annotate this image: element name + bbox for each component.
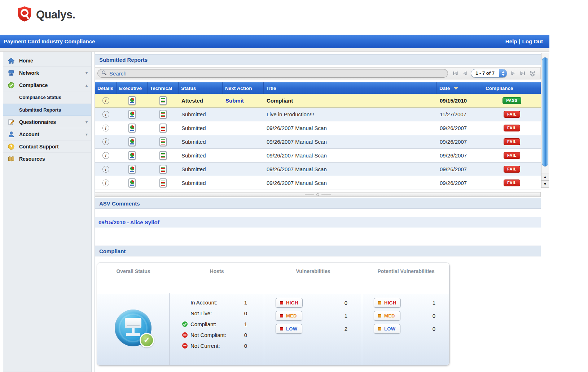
help-link[interactable]: Help bbox=[505, 38, 517, 44]
column-header-status[interactable]: Status bbox=[179, 82, 223, 94]
report-date-text: 09/26/2007 bbox=[440, 139, 467, 145]
info-icon[interactable]: i bbox=[102, 152, 109, 159]
technical-report-icon[interactable] bbox=[159, 124, 167, 133]
severity-low-badge[interactable]: LOW bbox=[374, 324, 400, 334]
info-icon[interactable]: i bbox=[102, 111, 109, 118]
column-header-label: Status bbox=[181, 86, 196, 91]
host-stat-label: Not Live: bbox=[190, 310, 212, 316]
info-icon[interactable]: i bbox=[102, 97, 109, 104]
table-row[interactable]: iSubmitted09/26/2007 Manual Scan09/26/20… bbox=[95, 135, 541, 149]
doc-line-glyph bbox=[161, 157, 165, 158]
executive-report-icon[interactable] bbox=[128, 178, 136, 187]
doc-line-glyph bbox=[161, 100, 165, 100]
severity-med-badge[interactable]: MED bbox=[374, 311, 400, 321]
asv-comment-entry: 09/15/2010 - Alice Syllof bbox=[95, 217, 541, 228]
compliance-status-badge: FAIL bbox=[504, 179, 520, 186]
severity-low-badge[interactable]: LOW bbox=[276, 324, 302, 334]
compliance-cell: FAIL bbox=[483, 176, 541, 190]
technical-report-icon[interactable] bbox=[159, 151, 167, 160]
search-input[interactable]: Search bbox=[97, 69, 448, 78]
table-row[interactable]: iSubmitted09/26/2007 Manual Scan09/26/20… bbox=[95, 121, 541, 135]
table-row[interactable]: iSubmitted09/26/2007 Manual Scan09/26/20… bbox=[95, 176, 541, 190]
scroll-up-button[interactable]: ▲ bbox=[541, 173, 549, 180]
sidebar-item-submitted-reports[interactable]: Submitted Reports bbox=[3, 104, 91, 116]
report-date-text: 11/27/2007 bbox=[440, 111, 466, 117]
severity-high-badge[interactable]: HIGH bbox=[374, 298, 401, 308]
date-cell: 09/26/2007 bbox=[437, 176, 483, 190]
column-header-title[interactable]: Title bbox=[264, 82, 437, 94]
status-cell: Submitted bbox=[179, 149, 223, 162]
executive-report-icon[interactable] bbox=[128, 165, 136, 174]
column-header-executive[interactable]: Executive bbox=[117, 82, 148, 94]
table-row[interactable]: iSubmittedLive in Production!!!11/27/200… bbox=[95, 108, 541, 121]
stepper-down-icon[interactable] bbox=[502, 74, 505, 76]
sort-descending-icon[interactable] bbox=[453, 87, 458, 90]
doc-line-glyph bbox=[161, 153, 165, 154]
next-action-link[interactable]: Submit bbox=[225, 98, 244, 104]
chevron-down-icon: ▾ bbox=[85, 70, 88, 75]
technical-cell bbox=[148, 108, 179, 121]
column-header-date[interactable]: Date bbox=[437, 82, 483, 94]
qualys-shield-icon bbox=[17, 6, 32, 23]
severity-med-badge[interactable]: MED bbox=[276, 311, 302, 321]
table-row[interactable]: iAttestedSubmitCompliant09/15/2010PASS bbox=[95, 94, 541, 108]
technical-report-icon[interactable] bbox=[159, 96, 167, 105]
vertical-scrollbar[interactable]: ▲ ▼ bbox=[541, 53, 549, 188]
executive-report-icon[interactable] bbox=[128, 137, 136, 146]
scrollbar-thumb[interactable] bbox=[542, 57, 548, 166]
severity-high-badge[interactable]: HIGH bbox=[276, 298, 303, 308]
executive-report-icon[interactable] bbox=[128, 110, 136, 119]
executive-report-icon[interactable] bbox=[128, 96, 136, 105]
summary-column-header: Potential Vulnerabilities bbox=[362, 263, 449, 293]
sidebar-item-questionnaires[interactable]: Questionnaires▾ bbox=[3, 116, 91, 128]
scroll-down-button[interactable]: ▼ bbox=[541, 180, 549, 187]
next-page-button[interactable] bbox=[511, 70, 516, 76]
main-content: Submitted Reports Search bbox=[95, 52, 540, 372]
info-icon[interactable]: i bbox=[102, 179, 109, 186]
doc-bar-glyph bbox=[130, 102, 134, 103]
potential-vulnerabilities-column: HIGH1MED0LOW0 bbox=[362, 293, 449, 365]
severity-count: 0 bbox=[345, 300, 347, 306]
resources-icon bbox=[8, 155, 15, 163]
sidebar-item-compliance[interactable]: Compliance▴ bbox=[3, 79, 91, 91]
doc-bar-glyph bbox=[130, 130, 134, 131]
executive-report-icon[interactable] bbox=[128, 124, 136, 133]
page-stepper[interactable] bbox=[499, 69, 507, 77]
chevron-up-icon: ▴ bbox=[85, 83, 88, 88]
pane-splitter[interactable] bbox=[95, 192, 541, 197]
compliance-cell: PASS bbox=[483, 94, 541, 107]
table-row[interactable]: iSubmitted09/26/2007 Manual Scan09/26/20… bbox=[95, 163, 541, 176]
sidebar-item-compliance-status[interactable]: Compliance Status bbox=[3, 91, 91, 104]
report-title-text: 09/26/2007 Manual Scan bbox=[267, 152, 327, 159]
first-page-button[interactable] bbox=[452, 70, 458, 76]
technical-report-icon[interactable] bbox=[159, 178, 167, 187]
info-icon[interactable]: i bbox=[102, 125, 109, 131]
svg-text:?: ? bbox=[10, 144, 12, 149]
technical-report-icon[interactable] bbox=[159, 110, 167, 119]
sidebar-item-label: Home bbox=[19, 58, 33, 64]
table-row[interactable]: iSubmitted09/26/2007 Manual Scan09/26/20… bbox=[95, 149, 541, 163]
sidebar-item-resources[interactable]: Resources bbox=[3, 153, 91, 165]
technical-report-icon[interactable] bbox=[159, 165, 167, 174]
executive-report-icon[interactable] bbox=[128, 151, 136, 160]
sidebar-item-account[interactable]: Account▾ bbox=[3, 128, 91, 140]
info-icon[interactable]: i bbox=[102, 166, 109, 173]
sidebar-item-network[interactable]: Network▾ bbox=[3, 67, 91, 79]
sidebar-item-home[interactable]: Home bbox=[3, 55, 91, 67]
table-body: iAttestedSubmitCompliant09/15/2010PASSiS… bbox=[95, 94, 541, 190]
column-header-next-action[interactable]: Next Action bbox=[223, 82, 264, 94]
stepper-up-icon[interactable] bbox=[502, 71, 505, 73]
logout-link[interactable]: Log Out bbox=[522, 38, 543, 44]
previous-page-button[interactable] bbox=[462, 70, 467, 76]
severity-row: LOW0 bbox=[362, 322, 449, 335]
doc-line-glyph bbox=[161, 126, 165, 126]
last-page-button[interactable] bbox=[519, 70, 526, 76]
info-icon[interactable]: i bbox=[102, 138, 109, 145]
collapse-search-icon[interactable] bbox=[529, 70, 536, 77]
column-header-compliance[interactable]: Compliance bbox=[483, 82, 541, 94]
technical-report-icon[interactable] bbox=[159, 137, 167, 146]
column-header-details[interactable]: Details bbox=[95, 82, 117, 94]
column-header-label: Executive bbox=[119, 86, 142, 91]
sidebar-item-contact-support[interactable]: ?Contact Support bbox=[3, 140, 91, 153]
column-header-technical[interactable]: Technical bbox=[148, 82, 179, 94]
